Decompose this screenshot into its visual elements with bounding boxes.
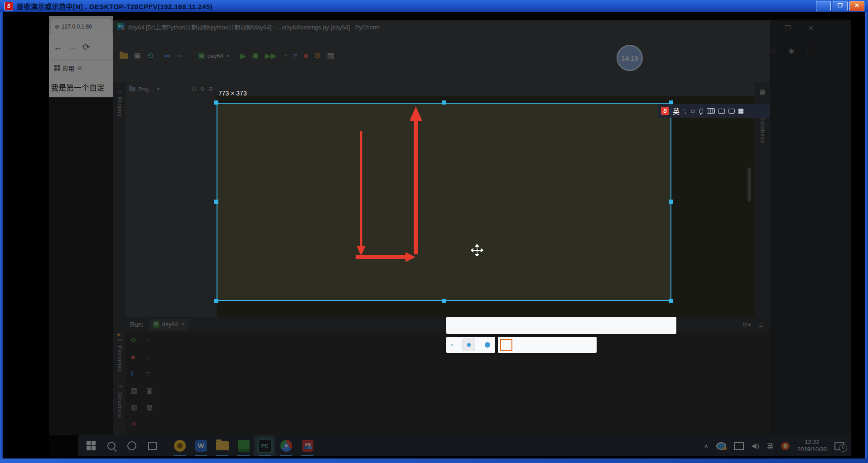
screen: ⊘ 127.0.0.1:80 ← → ⟳ 应用 ⊘ 我是第一个自定 ❐ ✕ ☆ …	[0, 0, 868, 463]
remote-window-title: 接收演示或示范中[N] . DESKTOP-T28CPFV(192.168.11…	[17, 1, 212, 11]
window-border	[0, 12, 3, 458]
snip-color-palette	[498, 337, 597, 353]
selection-handle-nw[interactable]	[214, 100, 218, 105]
selection-handle-n[interactable]	[442, 100, 446, 105]
ime-language[interactable]: 英	[673, 106, 680, 116]
dim-overlay-right	[671, 103, 851, 301]
ime-bar: S 英 ’, ☺	[658, 104, 770, 118]
window-border	[0, 458, 868, 463]
emoji-icon[interactable]: ☺	[690, 108, 696, 115]
skin-grid-icon[interactable]	[738, 109, 743, 114]
toolbox-icon[interactable]	[719, 109, 725, 114]
snip-stroke-sizes	[446, 337, 495, 353]
close-button[interactable]: ✕	[849, 1, 864, 11]
selection-handle-w[interactable]	[214, 200, 218, 204]
selection-size-label: 773 × 373	[218, 90, 247, 97]
selection-handle-sw[interactable]	[214, 299, 218, 303]
snip-toolbar	[446, 317, 676, 334]
selection-handle-s[interactable]	[442, 299, 446, 303]
window-border	[865, 12, 868, 458]
dim-overlay-top	[49, 16, 851, 103]
minimize-button[interactable]: _	[816, 1, 831, 11]
sogou-icon[interactable]: S	[661, 107, 669, 115]
stroke-size-medium[interactable]	[463, 339, 475, 351]
stroke-size-small[interactable]	[451, 344, 453, 346]
keyboard-icon[interactable]	[707, 108, 715, 114]
sunflower-logo-icon: S	[5, 2, 13, 10]
current-color-swatch	[500, 339, 512, 351]
gift-icon[interactable]	[728, 109, 735, 114]
mic-icon[interactable]	[699, 109, 703, 114]
stroke-size-large[interactable]	[485, 342, 490, 348]
restore-button[interactable]: ❐	[833, 1, 848, 11]
punctuation-icon[interactable]: ’,	[683, 108, 686, 115]
selection-handle-e[interactable]	[669, 200, 673, 204]
remote-window-titlebar: S 接收演示或示范中[N] . DESKTOP-T28CPFV(192.168.…	[0, 0, 868, 12]
selection-handle-se[interactable]	[669, 299, 673, 303]
snip-selection[interactable]	[217, 103, 671, 301]
dim-overlay-left	[49, 103, 217, 301]
